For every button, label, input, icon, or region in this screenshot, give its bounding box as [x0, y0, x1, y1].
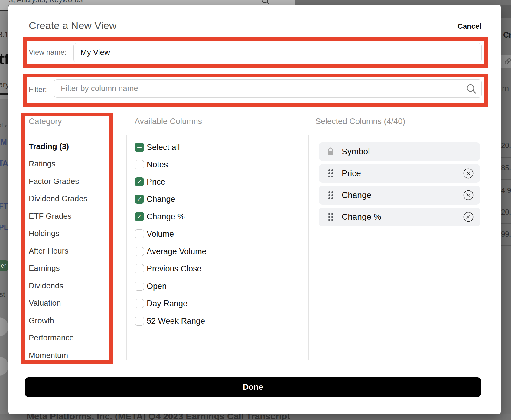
selected-column-label: Change	[342, 186, 371, 205]
checkbox-label[interactable]: Open	[147, 281, 167, 291]
background-green-badge-fragment: er	[0, 260, 8, 271]
checkbox-label[interactable]: Change	[147, 194, 175, 204]
remove-column-icon[interactable]	[463, 212, 474, 222]
annotation-box-filter	[23, 74, 488, 107]
background-ticker-fragment: FT	[0, 202, 8, 211]
checkbox-label[interactable]: Price	[147, 177, 165, 187]
change-checkbox[interactable]	[135, 195, 144, 204]
divider	[126, 135, 127, 360]
checkbox-label[interactable]: Average Volume	[147, 246, 207, 257]
selected-column-label: Change %	[342, 208, 381, 226]
background-search-text: s, Analysts, Keywords	[9, 0, 83, 4]
change-percent-checkbox[interactable]	[135, 212, 144, 221]
checkbox-label[interactable]: Select all	[147, 142, 180, 153]
price-checkbox[interactable]	[135, 177, 144, 186]
checkbox-label[interactable]: Previous Close	[147, 264, 202, 274]
background-right-strip: Cr m 20.76 85.9 4.99 20.8 99.6	[501, 5, 511, 414]
selected-column-label: Symbol	[342, 142, 370, 161]
background-number-fragment: 20.76	[501, 141, 511, 150]
available-columns-heading: Available Columns	[135, 117, 202, 126]
checkbox-label[interactable]: Notes	[147, 159, 168, 170]
background-left-strip: 3.15 tf ary ol ▾ M TA FT PL er st	[0, 11, 8, 414]
selected-column-card-symbol: Symbol	[319, 142, 480, 161]
background-symbol-header-fragment: ol ▾	[0, 122, 7, 129]
checkbox-label[interactable]: Change %	[147, 212, 185, 222]
chevron-down-icon: ▾	[5, 124, 7, 128]
drag-handle-icon[interactable]	[327, 190, 334, 200]
background-active-tab-underline	[0, 93, 8, 95]
cancel-button[interactable]: Cancel	[425, 22, 481, 31]
background-ticker-fragment: PL	[0, 223, 8, 232]
remove-column-icon[interactable]	[463, 168, 474, 179]
background-tab-fragment: ary	[0, 80, 8, 89]
background-ticker-fragment: M	[1, 138, 7, 146]
background-button-fragment: Cr	[503, 30, 511, 40]
checkbox-label[interactable]: Day Range	[147, 298, 187, 309]
lock-icon	[327, 147, 334, 156]
annotation-box-view-name	[23, 37, 488, 68]
remove-column-icon[interactable]	[463, 190, 474, 200]
drag-handle-icon[interactable]	[327, 212, 334, 222]
day-range-checkbox[interactable]	[135, 299, 144, 308]
previous-close-checkbox[interactable]	[135, 264, 144, 273]
background-tab2-fragment: st	[0, 290, 5, 299]
background-price-fragment: 3.15	[0, 30, 8, 39]
background-text-fragment: m	[502, 84, 509, 94]
background-number-fragment: 20.8	[501, 208, 511, 216]
selected-columns-heading: Selected Columns (4/40)	[315, 117, 405, 126]
selected-column-card-change: Change	[319, 186, 480, 205]
screen: s, Analysts, Keywords 3.15 tf ary ol ▾ M…	[0, 0, 511, 420]
avatar	[0, 357, 8, 376]
notes-checkbox[interactable]	[135, 160, 144, 169]
drag-handle-icon[interactable]	[327, 168, 334, 179]
annotation-box-category	[21, 113, 113, 364]
avatar	[0, 317, 8, 336]
background-ticker-fragment: TA	[0, 159, 8, 168]
average-volume-checkbox[interactable]	[135, 247, 144, 256]
select-all-checkbox[interactable]	[135, 143, 144, 152]
checkbox-label[interactable]: 52 Week Range	[147, 316, 205, 326]
background-article-headline: Meta Platforms, Inc. (META) Q4 2023 Earn…	[27, 414, 290, 420]
background-number-fragment: 99.6	[501, 230, 511, 238]
done-button[interactable]: Done	[25, 377, 481, 397]
search-icon	[261, 0, 270, 5]
background-number-fragment: 85.9	[501, 164, 511, 172]
background-topbar-right	[295, 0, 511, 5]
selected-column-label: Price	[342, 164, 361, 183]
52-week-range-checkbox[interactable]	[135, 317, 144, 326]
background-topbar-left	[0, 5, 8, 10]
volume-checkbox[interactable]	[135, 229, 144, 238]
selected-column-card-change-percent: Change %	[319, 208, 480, 226]
modal-title: Create a New View	[29, 20, 116, 31]
divider	[308, 135, 309, 360]
open-checkbox[interactable]	[135, 282, 144, 291]
selected-column-card-price: Price	[319, 164, 480, 183]
link-icon	[504, 57, 511, 65]
background-number-fragment: 4.99	[501, 186, 511, 195]
background-logo-fragment: tf	[0, 51, 8, 68]
background-bottom-strip: Meta Platforms, Inc. (META) Q4 2023 Earn…	[0, 414, 511, 420]
checkbox-label[interactable]: Volume	[147, 229, 174, 239]
